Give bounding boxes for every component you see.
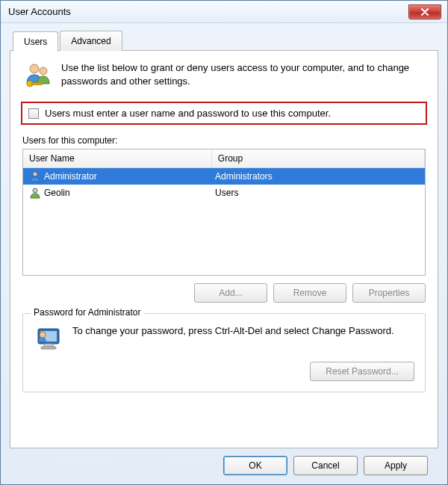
cell-group-text: Administrators	[215, 171, 273, 182]
close-icon	[420, 8, 429, 16]
tab-panel-users: Use the list below to grant or deny user…	[10, 50, 438, 448]
add-button[interactable]: Add...	[194, 283, 267, 303]
close-button[interactable]	[408, 4, 441, 19]
cell-user-text: Geolin	[44, 188, 70, 198]
dialog-button-row: OK Cancel Apply	[10, 448, 438, 475]
users-listview[interactable]: User Name Group Administrator	[22, 149, 426, 276]
cell-group-text: Users	[215, 188, 238, 198]
svg-rect-8	[44, 344, 53, 347]
cell-user-text: Administrator	[44, 171, 97, 182]
password-groupbox: Password for Administrator To change you…	[22, 313, 426, 392]
intro-row: Use the list below to grant or deny user…	[22, 61, 426, 91]
svg-point-0	[30, 64, 39, 73]
titlebar: User Accounts	[1, 1, 447, 23]
require-login-label: Users must enter a user name and passwor…	[45, 108, 331, 119]
svg-rect-3	[31, 83, 42, 85]
column-header-group[interactable]: Group	[212, 149, 425, 167]
cell-user: Administrator	[26, 170, 212, 182]
password-button-row: Reset Password...	[34, 362, 414, 381]
dialog-content: Users Advanced Use the list below to gra…	[1, 23, 447, 484]
apply-button[interactable]: Apply	[364, 456, 428, 475]
reset-password-button[interactable]: Reset Password...	[310, 362, 414, 381]
list-row[interactable]: Administrator Administrators	[23, 168, 425, 185]
list-button-row: Add... Remove Properties	[22, 283, 426, 303]
remove-button[interactable]: Remove	[273, 283, 346, 303]
password-monitor-icon	[34, 324, 63, 354]
cell-group: Administrators	[212, 171, 422, 182]
cell-user: Geolin	[26, 187, 212, 199]
password-row: To change your password, press Ctrl-Alt-…	[34, 324, 414, 354]
users-keys-icon	[22, 61, 52, 91]
tab-users[interactable]: Users	[13, 31, 58, 52]
cancel-button[interactable]: Cancel	[293, 456, 358, 475]
ok-button[interactable]: OK	[223, 456, 287, 475]
window-title: User Accounts	[8, 6, 408, 17]
properties-button[interactable]: Properties	[352, 283, 426, 303]
svg-point-4	[33, 172, 37, 176]
intro-text: Use the list below to grant or deny user…	[61, 61, 426, 87]
password-text: To change your password, press Ctrl-Alt-…	[72, 324, 394, 338]
list-row[interactable]: Geolin Users	[23, 185, 425, 201]
user-admin-icon	[29, 170, 41, 182]
svg-rect-9	[41, 347, 56, 349]
column-header-user[interactable]: User Name	[23, 149, 212, 167]
svg-point-5	[33, 188, 37, 193]
svg-point-1	[40, 67, 47, 75]
tabstrip: Users Advanced	[10, 31, 438, 51]
svg-point-10	[40, 332, 46, 338]
listview-body: Administrator Administrators Geoli	[23, 168, 425, 275]
require-login-checkbox[interactable]	[28, 108, 39, 119]
require-login-row[interactable]: Users must enter a user name and passwor…	[21, 102, 427, 125]
user-accounts-window: User Accounts Users Advanced Use	[0, 0, 448, 485]
tab-advanced[interactable]: Advanced	[60, 31, 122, 51]
users-list-caption: Users for this computer:	[22, 135, 426, 146]
password-groupbox-legend: Password for Administrator	[31, 307, 143, 318]
listview-header: User Name Group	[23, 149, 425, 168]
user-icon	[29, 187, 41, 199]
cell-group: Users	[212, 188, 422, 198]
